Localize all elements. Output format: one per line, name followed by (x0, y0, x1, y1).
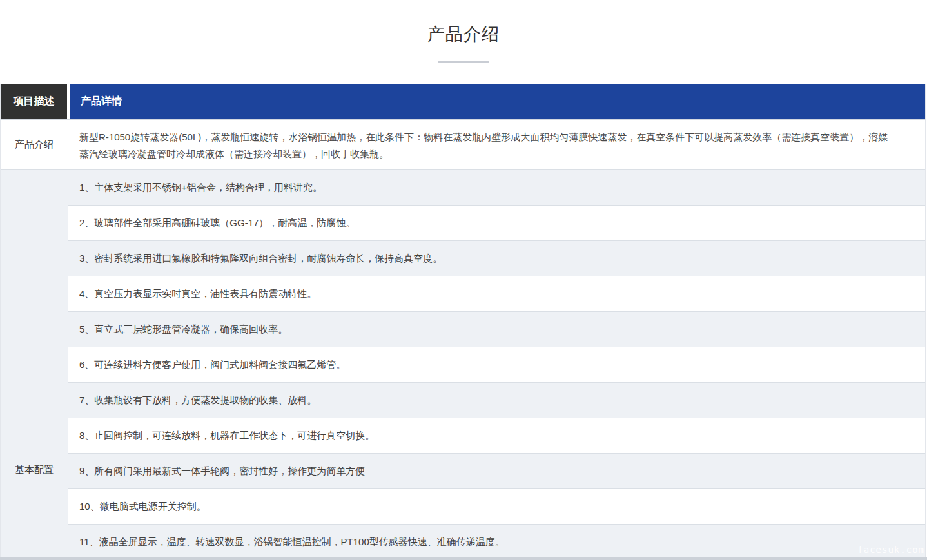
title-divider (438, 61, 489, 63)
config-item-9: 9、所有阀门采用最新式一体手轮阀，密封性好，操作更为简单方便 (68, 454, 925, 489)
row-label-product-intro: 产品介绍 (1, 120, 68, 170)
config-item-2: 2、玻璃部件全部采用高硼硅玻璃（GG-17），耐高温，防腐蚀。 (68, 206, 925, 241)
config-item-6: 6、可连续进料方便客户使用，阀门式加料阀套接四氟乙烯管。 (68, 347, 925, 383)
column-header-item-description: 项目描述 (1, 84, 67, 119)
title-section: 产品介绍 (0, 0, 927, 84)
table-header-row: 项目描述 产品详情 (1, 84, 925, 120)
config-item-5: 5、直立式三层蛇形盘管冷凝器，确保高回收率。 (68, 312, 925, 347)
config-item-7: 7、收集瓶设有下放料，方便蒸发提取物的收集、放料。 (68, 383, 925, 418)
product-spec-table: 项目描述 产品详情 产品介绍 基本配置 新型R-1050旋转蒸发器(50L)，蒸… (0, 84, 926, 560)
row-label-basic-config-cell: 基本配置 (1, 170, 68, 560)
config-item-8: 8、止回阀控制，可连续放料，机器在工作状态下，可进行真空切换。 (68, 418, 925, 454)
config-item-1: 1、主体支架采用不锈钢+铝合金，结构合理，用料讲究。 (68, 170, 925, 206)
table-body: 产品介绍 基本配置 新型R-1050旋转蒸发器(50L)，蒸发瓶恒速旋转，水浴锅… (1, 120, 925, 560)
product-intro-page: 产品介绍 项目描述 产品详情 产品介绍 基本配置 新型R-1050旋转蒸发器(5… (0, 0, 927, 560)
table-left-column: 产品介绍 基本配置 (1, 120, 68, 560)
config-item-4: 4、真空压力表显示实时真空，油性表具有防震动特性。 (68, 276, 925, 312)
product-description-cell: 新型R-1050旋转蒸发器(50L)，蒸发瓶恒速旋转，水浴锅恒温加热，在此条件下… (68, 120, 925, 170)
config-item-11: 11、液晶全屏显示，温度、转速双数显，浴锅智能恒温控制，PT100型传感器快速、… (68, 525, 925, 560)
table-right-column: 新型R-1050旋转蒸发器(50L)，蒸发瓶恒速旋转，水浴锅恒温加热，在此条件下… (68, 120, 925, 560)
config-item-3: 3、密封系统采用进口氟橡胶和特氟隆双向组合密封，耐腐蚀寿命长，保持高真空度。 (68, 241, 925, 276)
row-label-basic-config: 基本配置 (1, 464, 68, 476)
column-header-product-detail: 产品详情 (70, 84, 925, 119)
site-watermark: facesuk.com (857, 545, 924, 555)
bottom-divider (0, 557, 927, 560)
config-item-10: 10、微电脑式电源开关控制。 (68, 489, 925, 525)
page-title: 产品介绍 (0, 23, 927, 45)
